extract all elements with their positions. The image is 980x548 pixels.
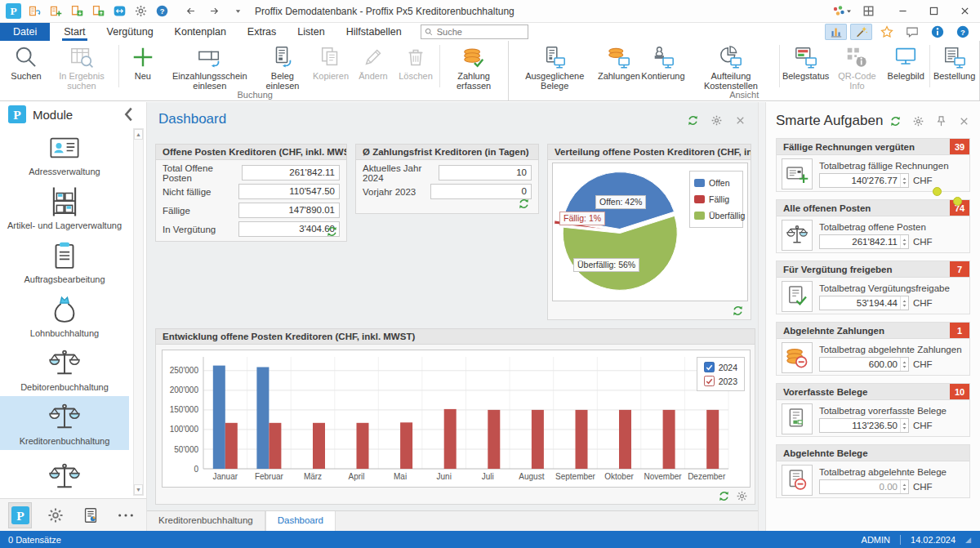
menu-tab-extras[interactable]: Extras — [237, 23, 287, 41]
ribbon-button-zahlungen[interactable]: Zahlungen — [597, 44, 641, 82]
spinner-icon[interactable] — [900, 358, 908, 371]
magic-wand-icon[interactable] — [850, 24, 872, 40]
close-icon[interactable] — [958, 115, 970, 127]
menu-tab-kontenplan[interactable]: Kontenplan — [164, 23, 237, 41]
ribbon-button-beleg-einlesen[interactable]: Beleg einlesen — [256, 44, 310, 92]
title-dropdown-icon[interactable] — [228, 2, 248, 20]
svg-text:Januar: Januar — [213, 472, 238, 481]
coins-monitor-icon — [607, 45, 631, 69]
proffix-logo[interactable]: P — [3, 2, 24, 20]
monitor-lg-icon — [893, 45, 918, 69]
ribbon-button-kontierung[interactable]: Kontierung — [641, 44, 686, 82]
spinner-icon[interactable] — [900, 419, 908, 432]
module-scrollbar[interactable]: ▲ ▼ — [133, 128, 144, 496]
gear-icon[interactable] — [710, 114, 723, 127]
settings-icon[interactable] — [131, 2, 151, 20]
ribbon-button-zahlung-erfassen[interactable]: Zahlung erfassen — [443, 44, 506, 92]
close-button[interactable] — [949, 0, 980, 22]
refresh-icon[interactable] — [518, 198, 530, 210]
sidebar-item-kreditorenbuchhaltung[interactable]: Kreditorenbuchhaltung — [0, 396, 129, 450]
refresh-icon[interactable] — [732, 305, 744, 317]
gear-icon[interactable] — [912, 115, 924, 127]
restore-window-icon[interactable] — [858, 2, 879, 20]
amount-field[interactable]: 53'194.44 — [819, 296, 909, 310]
sidebar-item-lohnbuchhaltung[interactable]: Lohnbuchhaltung — [0, 288, 129, 342]
menu-tab-vergütung[interactable]: Vergütung — [96, 23, 164, 41]
menu-tab-listen[interactable]: Listen — [287, 23, 335, 41]
amount-field[interactable]: 113'236.50 — [819, 418, 909, 433]
ribbon-button-bestellung[interactable]: Bestellung — [933, 44, 976, 82]
scale-left-icon — [47, 346, 82, 381]
comment-icon[interactable] — [901, 24, 923, 40]
checkbox-2023-icon[interactable] — [704, 376, 715, 386]
proffix-home-button[interactable]: P — [8, 502, 32, 528]
menu-tab-hilfstabellen[interactable]: Hilfstabellen — [336, 23, 412, 41]
import-document-icon[interactable] — [67, 2, 87, 20]
star-icon[interactable] — [875, 24, 898, 40]
spinner-icon[interactable] — [900, 174, 908, 187]
amount-field[interactable]: 261'842.11 — [819, 234, 909, 249]
sidebar-item-artikel-und-lagerverwaltung[interactable]: Artikel- und Lagerverwaltung — [0, 180, 129, 234]
svg-text:150'000: 150'000 — [170, 405, 199, 414]
menu-tab-datei[interactable]: Datei — [0, 23, 50, 41]
spinner-icon[interactable] — [900, 235, 908, 248]
refresh-icon[interactable] — [889, 115, 902, 127]
help-circle-icon[interactable]: ? — [951, 24, 973, 40]
splitter[interactable] — [758, 102, 766, 531]
ribbon-button-einzahlungsschein-einlesen[interactable]: Einzahlungsschein einlesen — [164, 44, 256, 92]
spinner-icon[interactable] — [900, 296, 908, 310]
minimize-button[interactable] — [887, 0, 918, 22]
legend-item-2023[interactable]: 2023 — [704, 376, 737, 386]
amount-field[interactable]: 140'276.77 — [819, 173, 909, 188]
document-tabstrip: KreditorenbuchhaltungDashboard — [147, 510, 758, 531]
ribbon-button-neu[interactable]: Neu — [122, 44, 164, 82]
menu-tab-start[interactable]: Start — [53, 23, 96, 41]
amount-field[interactable]: 600.00 — [819, 357, 909, 372]
resize-grip[interactable]: ◢ — [965, 536, 972, 544]
spinner-icon[interactable] — [900, 480, 908, 493]
sidebar-item-auftragsbearbeitung[interactable]: Auftragsbearbeitung — [0, 234, 129, 288]
new-record-icon[interactable] — [46, 2, 66, 20]
legend-item-2024[interactable]: 2024 — [704, 362, 737, 372]
close-icon[interactable] — [734, 114, 746, 127]
export-document-icon[interactable] — [88, 2, 109, 20]
gear-icon[interactable] — [736, 490, 748, 502]
search-icon — [14, 45, 38, 69]
open-database-icon[interactable] — [24, 2, 45, 20]
app-menu-icon[interactable] — [826, 2, 858, 20]
search-box[interactable] — [421, 25, 528, 39]
coins-minus-icon — [782, 342, 813, 373]
forward-icon[interactable] — [204, 2, 225, 20]
ribbon-button-aufteilung-kostenstellen[interactable]: Aufteilung Kostenstellen — [685, 44, 776, 92]
chart-icon[interactable] — [825, 24, 847, 40]
back-icon[interactable] — [180, 2, 201, 20]
ribbon-button-ausgeglichene-belege[interactable]: Ausgeglichene Belege — [512, 44, 597, 92]
amount-field[interactable]: 0.00 — [819, 479, 909, 494]
checkbox-2024-icon[interactable] — [704, 362, 715, 372]
refresh-icon[interactable] — [326, 225, 338, 238]
refresh-icon[interactable] — [718, 490, 730, 502]
maximize-button[interactable] — [918, 0, 949, 22]
scroll-down-arrow[interactable]: ▼ — [134, 484, 143, 495]
ribbon-button-belegstatus[interactable]: Belegstatus — [782, 44, 829, 82]
refresh-icon[interactable] — [687, 114, 699, 127]
doc-tab-dashboard[interactable]: Dashboard — [265, 511, 336, 531]
info-circle-icon[interactable] — [926, 24, 948, 40]
ribbon-button-belegbild[interactable]: Belegbild — [884, 44, 927, 82]
reports-button[interactable] — [79, 502, 103, 528]
sidebar-item-debitorenbuchhaltung[interactable]: Debitorenbuchhaltung — [0, 342, 129, 396]
sidebar-item-adressverwaltung[interactable]: Adressverwaltung — [0, 127, 129, 180]
sidebar-item-more[interactable] — [0, 450, 129, 498]
doc-tab-kreditorenbuchhaltung[interactable]: Kreditorenbuchhaltung — [147, 511, 265, 531]
qr-info-icon — [844, 45, 869, 69]
help-icon[interactable]: ? — [152, 2, 172, 20]
ribbon-button-suchen[interactable]: Suchen — [5, 44, 47, 82]
scroll-up-arrow[interactable]: ▲ — [134, 129, 143, 140]
search-input[interactable] — [435, 26, 524, 38]
pin-icon[interactable] — [935, 115, 947, 127]
more-button[interactable] — [114, 502, 138, 528]
collapse-sidebar-button[interactable] — [120, 105, 138, 123]
stat-row: Total Offene Posten261'842.11 — [163, 165, 340, 180]
remote-support-icon[interactable] — [109, 2, 130, 20]
settings-button[interactable] — [43, 502, 67, 528]
